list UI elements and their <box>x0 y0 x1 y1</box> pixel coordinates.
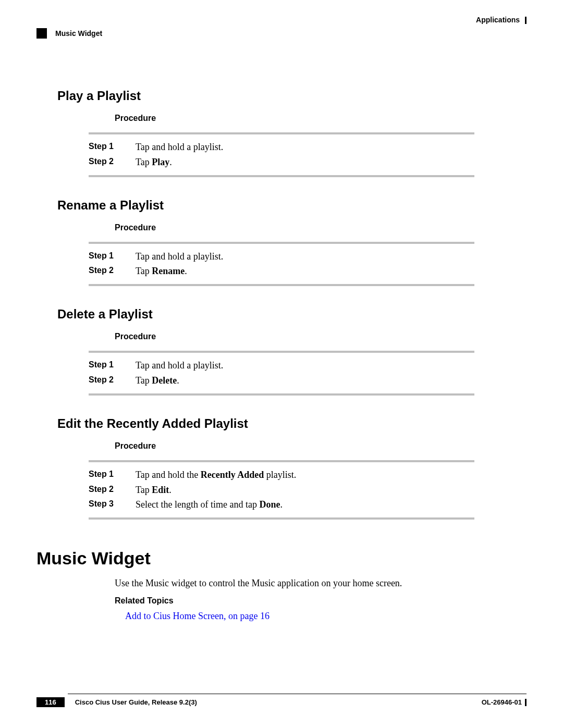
step-label: Step 2 <box>89 373 136 388</box>
step-text-post: . <box>177 375 179 386</box>
step-text-post: . <box>169 485 172 495</box>
step-text-pre: Tap <box>136 375 152 386</box>
step-label: Step 1 <box>89 358 136 373</box>
step-label: Step 3 <box>89 497 136 512</box>
step-text-pre: Tap <box>136 157 152 167</box>
step-label: Step 2 <box>89 155 136 170</box>
step-body: Select the length of time and tap Done. <box>136 497 474 512</box>
step-body: Tap and hold a playlist. <box>136 140 474 155</box>
step-row: Step 1 Tap and hold the Recently Added p… <box>89 467 474 483</box>
section-edit-recently-added: Edit the Recently Added Playlist Procedu… <box>36 416 527 520</box>
footer-rule <box>68 694 527 694</box>
section-play-playlist: Play a Playlist Procedure Step 1 Tap and… <box>36 89 527 177</box>
section-title: Rename a Playlist <box>57 198 527 213</box>
header-chapter: Applications <box>476 16 527 24</box>
section-title: Edit the Recently Added Playlist <box>57 416 527 431</box>
header-square-icon <box>36 28 47 39</box>
step-text-bold: Done <box>259 499 280 510</box>
step-row: Step 2 Tap Delete. <box>89 373 474 388</box>
steps-table: Step 1 Tap and hold a playlist. Step 2 T… <box>89 242 474 287</box>
step-text-bold: Play <box>152 157 169 167</box>
page-footer: 116 Cisco Cius User Guide, Release 9.2(3… <box>36 694 527 707</box>
page-header: Applications Music Widget <box>36 16 527 42</box>
section-heading: Music Widget <box>36 548 527 569</box>
step-body: Tap Delete. <box>136 373 474 388</box>
step-row: Step 1 Tap and hold a playlist. <box>89 249 474 264</box>
section-delete-playlist: Delete a Playlist Procedure Step 1 Tap a… <box>36 307 527 396</box>
section-music-widget: Music Widget Use the Music widget to con… <box>36 548 527 622</box>
step-text-bold: Rename <box>152 266 185 276</box>
step-body: Tap Edit. <box>136 483 474 498</box>
step-text-pre: Tap and hold a playlist. <box>136 251 223 262</box>
step-body: Tap Play. <box>136 155 474 170</box>
section-rename-playlist: Rename a Playlist Procedure Step 1 Tap a… <box>36 198 527 287</box>
step-text-pre: Tap and hold a playlist. <box>136 142 223 152</box>
footer-doc-id: OL-26946-01 <box>482 698 522 706</box>
step-row: Step 2 Tap Edit. <box>89 483 474 498</box>
footer-doc-title: Cisco Cius User Guide, Release 9.2(3) <box>75 698 197 706</box>
step-text-post: . <box>169 157 172 167</box>
step-label: Step 2 <box>89 264 136 279</box>
procedure-label: Procedure <box>115 441 527 451</box>
step-body: Tap Rename. <box>136 264 474 279</box>
step-text-bold: Recently Added <box>201 470 264 480</box>
step-row: Step 2 Tap Rename. <box>89 264 474 279</box>
step-text-pre: Tap and hold a playlist. <box>136 360 223 371</box>
step-row: Step 1 Tap and hold a playlist. <box>89 358 474 373</box>
footer-divider-icon <box>525 699 527 706</box>
header-breadcrumb: Music Widget <box>36 28 102 39</box>
step-text-pre: Tap <box>136 266 152 276</box>
section-title: Play a Playlist <box>57 89 527 103</box>
step-text-pre: Select the length of time and tap <box>136 499 259 510</box>
step-body: Tap and hold a playlist. <box>136 249 474 264</box>
step-text-post: . <box>185 266 187 276</box>
procedure-label: Procedure <box>115 114 527 123</box>
step-label: Step 1 <box>89 140 136 155</box>
header-chapter-text: Applications <box>476 16 520 24</box>
page-number-badge: 116 <box>36 697 65 707</box>
step-label: Step 1 <box>89 249 136 264</box>
step-row: Step 2 Tap Play. <box>89 155 474 170</box>
section-title: Delete a Playlist <box>57 307 527 322</box>
step-body: Tap and hold the Recently Added playlist… <box>136 467 474 483</box>
step-text-pre: Tap <box>136 485 152 495</box>
header-divider-icon <box>525 17 527 24</box>
header-breadcrumb-text: Music Widget <box>55 29 102 38</box>
step-text-post: playlist. <box>264 470 296 480</box>
step-row: Step 1 Tap and hold a playlist. <box>89 140 474 155</box>
footer-row: 116 Cisco Cius User Guide, Release 9.2(3… <box>36 697 527 707</box>
steps-table: Step 1 Tap and hold the Recently Added p… <box>89 460 474 520</box>
step-label: Step 1 <box>89 467 136 483</box>
procedure-label: Procedure <box>115 332 527 341</box>
steps-table: Step 1 Tap and hold a playlist. Step 2 T… <box>89 132 474 177</box>
step-row: Step 3 Select the length of time and tap… <box>89 497 474 512</box>
step-text-pre: Tap and hold the <box>136 470 201 480</box>
footer-right: OL-26946-01 <box>482 698 527 706</box>
step-label: Step 2 <box>89 483 136 498</box>
footer-left: 116 Cisco Cius User Guide, Release 9.2(3… <box>36 697 197 707</box>
related-topics-label: Related Topics <box>115 596 527 606</box>
procedure-label: Procedure <box>115 223 527 232</box>
step-text-bold: Delete <box>152 375 177 386</box>
step-text-post: . <box>280 499 283 510</box>
page: Applications Music Widget Play a Playlis… <box>0 0 563 728</box>
steps-table: Step 1 Tap and hold a playlist. Step 2 T… <box>89 351 474 396</box>
step-body: Tap and hold a playlist. <box>136 358 474 373</box>
step-text-bold: Edit <box>152 485 169 495</box>
related-topic-link[interactable]: Add to Cius Home Screen, on page 16 <box>125 611 527 622</box>
section-body: Use the Music widget to control the Musi… <box>115 578 527 589</box>
